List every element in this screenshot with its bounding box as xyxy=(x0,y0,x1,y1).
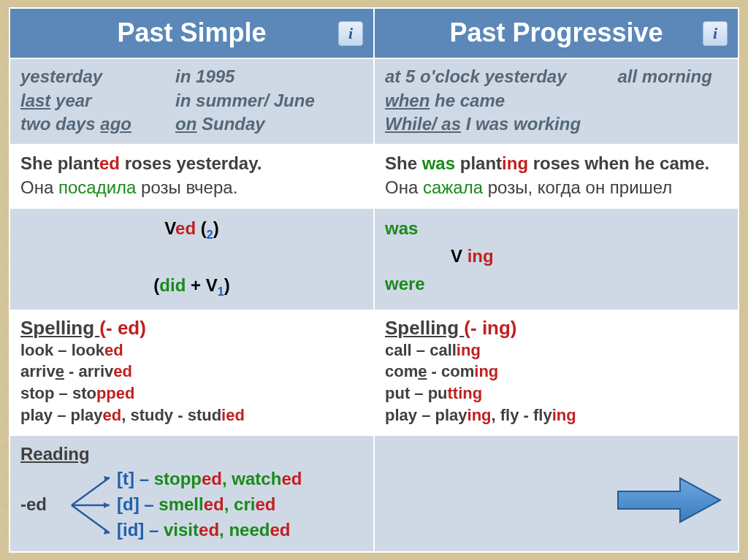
text: play – play xyxy=(20,406,103,424)
suffix: ed xyxy=(116,384,135,402)
suffix: ed xyxy=(175,218,196,238)
text: roses when he came. xyxy=(528,153,709,173)
word: , cri xyxy=(224,494,256,514)
marker: Sunday xyxy=(196,114,264,134)
info-icon[interactable]: i xyxy=(703,21,728,46)
word: , watch xyxy=(222,469,281,488)
aux: did xyxy=(159,275,186,295)
text: + V xyxy=(186,275,217,295)
text: plant xyxy=(455,153,502,173)
text: She plant xyxy=(20,153,99,173)
text: com xyxy=(385,362,418,380)
header-title-pp: Past Progressive xyxy=(449,18,663,47)
header-past-progressive: Past Progressive i xyxy=(374,8,739,58)
comparison-table: Past Simple i Past Progressive i yesterd… xyxy=(9,7,739,553)
marker: at 5 o'clock yesterday xyxy=(385,65,567,88)
suffix: ing xyxy=(502,153,528,173)
marker: last xyxy=(20,91,50,110)
text: call – call xyxy=(385,341,457,359)
info-icon[interactable]: i xyxy=(338,21,363,46)
marker: I was working xyxy=(461,114,581,134)
text: розы, когда он пришел xyxy=(483,177,672,197)
marker: year xyxy=(50,91,91,110)
text: ( xyxy=(196,218,207,238)
reading-ps: Reading -ed [t] – stopped, watched [d] –… xyxy=(9,435,374,552)
marker: While/ as xyxy=(385,114,461,134)
aux: was xyxy=(385,215,728,242)
verb: сажала xyxy=(423,177,483,197)
suffix: ed xyxy=(255,494,275,514)
bracket-icon xyxy=(69,469,112,542)
marker: in 1995 xyxy=(175,66,234,86)
word: smell xyxy=(159,494,203,514)
prefix: -ed xyxy=(20,492,64,518)
formula-pp: was V ing were xyxy=(374,208,739,310)
text: V xyxy=(451,246,468,266)
suffix: (- ing) xyxy=(464,317,516,339)
suffix: (- ed) xyxy=(99,317,146,339)
suffix: ed xyxy=(204,494,224,514)
svg-marker-4 xyxy=(104,502,110,508)
text: She xyxy=(385,153,422,173)
suffix: ing xyxy=(474,362,498,380)
text: e xyxy=(56,362,64,380)
svg-line-2 xyxy=(72,505,110,533)
word: , need xyxy=(219,520,270,540)
text: V xyxy=(164,218,175,238)
marker: on xyxy=(175,114,196,134)
text: e xyxy=(418,362,427,380)
verb: посадила xyxy=(58,177,136,197)
marker: yesterday xyxy=(20,66,102,86)
text: розы вчера. xyxy=(136,177,237,197)
marker: ago xyxy=(100,114,131,134)
title: Spelling xyxy=(20,317,99,339)
next-cell xyxy=(374,435,739,552)
header-past-simple: Past Simple i xyxy=(9,8,374,58)
markers-ps: yesterday last year two days ago in 1995… xyxy=(9,58,374,144)
marker: he came xyxy=(430,91,505,110)
suffix: ed xyxy=(99,153,120,173)
sub: 2 xyxy=(207,228,213,240)
arrow-right-icon[interactable] xyxy=(611,471,728,529)
title: Spelling xyxy=(385,317,464,339)
word: visit xyxy=(164,520,199,540)
aux: was xyxy=(422,153,455,173)
text: roses yesterday. xyxy=(120,153,262,173)
example-pp: She was planting roses when he came. Она… xyxy=(374,145,739,208)
sound: [t] – xyxy=(117,469,154,488)
title: Reading xyxy=(20,442,363,467)
suffix: ing xyxy=(457,341,481,359)
text: - arriv xyxy=(64,362,113,380)
spelling-pp: Spelling (- ing) call – calling come - c… xyxy=(374,310,739,435)
spelling-ps: Spelling (- ed) look – looked arrive - a… xyxy=(9,310,374,435)
formula-ps: Ved (2) (did + V1) xyxy=(9,208,374,310)
text: Она xyxy=(385,177,423,197)
svg-line-0 xyxy=(72,477,110,505)
marker: two days xyxy=(20,114,100,134)
text: ) xyxy=(213,218,219,238)
suffix: ing xyxy=(468,406,492,424)
suffix: ing xyxy=(552,406,576,424)
marker: all morning xyxy=(618,65,712,88)
text: stop – sto xyxy=(20,384,96,402)
text: , fly - fly xyxy=(492,406,552,424)
suffix: ed xyxy=(202,469,222,488)
suffix: ing xyxy=(458,384,482,402)
aux: were xyxy=(385,270,728,298)
suffix: ed xyxy=(113,362,132,380)
text: play – play xyxy=(385,406,468,424)
text: , study - stud xyxy=(121,406,221,424)
word: stopp xyxy=(154,469,202,488)
suffix: ed xyxy=(270,520,290,540)
markers-pp: at 5 o'clock yesterday all morning when … xyxy=(374,58,739,144)
header-title-ps: Past Simple xyxy=(117,18,266,47)
example-ps: She planted roses yesterday. Она посадил… xyxy=(9,145,374,208)
text: look – look xyxy=(20,341,104,359)
suffix: ed xyxy=(103,406,122,424)
suffix: ed xyxy=(199,520,219,540)
marker: when xyxy=(385,91,430,110)
svg-marker-6 xyxy=(618,478,720,522)
suffix: ing xyxy=(468,246,494,266)
suffix: pp xyxy=(96,384,116,402)
text: Она xyxy=(20,177,58,197)
